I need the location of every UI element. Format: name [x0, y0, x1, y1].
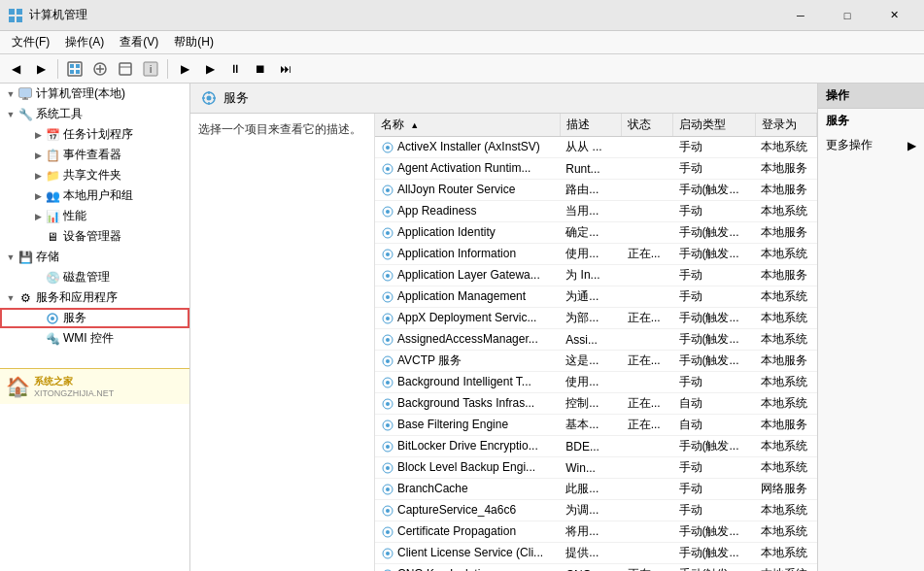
expand-root[interactable]: ▼ — [4, 87, 17, 101]
tree-item-task-scheduler[interactable]: ▶ 📅 任务计划程序 — [0, 124, 189, 145]
service-name-cell: Block Level Backup Engi... — [375, 457, 560, 479]
service-login: 本地系统 — [755, 393, 816, 415]
tree-item-device-label: 设备管理器 — [63, 228, 121, 245]
expand-local-users[interactable]: ▶ — [31, 189, 45, 203]
table-row[interactable]: Application Identity确定...手动(触发...本地服务 — [375, 222, 817, 244]
col-login[interactable]: 登录为 — [755, 114, 816, 137]
expand-storage[interactable]: ▼ — [4, 251, 17, 264]
right-panel: 操作 服务 更多操作 ▶ — [817, 84, 924, 571]
menu-view[interactable]: 查看(V) — [112, 32, 166, 52]
service-name-cell: Background Tasks Infras... — [375, 393, 560, 415]
table-row[interactable]: Application Layer Gatewa...为 In...手动本地服务 — [375, 265, 817, 286]
table-row[interactable]: BitLocker Drive Encryptio...BDE...手动(触发.… — [375, 436, 817, 457]
table-row[interactable]: Block Level Backup Engi...Win...手动本地系统 — [375, 457, 817, 479]
expand-system-tools[interactable]: ▼ — [4, 108, 17, 121]
table-row[interactable]: Certificate Propagation将用...手动(触发...本地系统 — [375, 521, 817, 543]
panel-title: 服务 — [223, 89, 249, 107]
tree-item-localusers-label: 本地用户和组 — [63, 187, 133, 204]
service-name: Block Level Backup Engi... — [397, 460, 535, 474]
computer-icon — [17, 86, 33, 102]
expand-performance[interactable]: ▶ — [31, 210, 45, 223]
toolbar-skip-button[interactable]: ⏭ — [274, 57, 297, 81]
svg-rect-5 — [70, 64, 74, 68]
tree-item-event-viewer[interactable]: ▶ 📋 事件查看器 — [0, 145, 189, 165]
table-row[interactable]: AllJoyn Router Service路由...手动(触发...本地服务 — [375, 180, 817, 201]
service-starttype: 手动 — [673, 286, 756, 308]
minimize-button[interactable]: ─ — [778, 0, 823, 31]
center-panel: 服务 选择一个项目来查看它的描述。 名称 ▲ 描述 状态 启动类型 登录为 — [190, 84, 817, 571]
service-starttype: 手动(触发... — [673, 329, 756, 351]
service-desc: 从从 ... — [560, 137, 621, 158]
tree-item-device-manager[interactable]: 🖥 设备管理器 — [0, 226, 189, 247]
tree-item-disk-mgmt[interactable]: 💿 磁盘管理 — [0, 267, 189, 287]
menu-file[interactable]: 文件(F) — [4, 32, 57, 52]
tree-item-services[interactable]: 服务 — [0, 308, 189, 328]
action-more[interactable]: 更多操作 ▶ — [818, 133, 924, 157]
menu-action[interactable]: 操作(A) — [57, 32, 112, 52]
service-name-cell: Background Intelligent T... — [375, 372, 560, 393]
toolbar-stop-button[interactable]: ⏹ — [249, 57, 272, 81]
toolbar-play2-button[interactable]: ▶ — [198, 57, 222, 81]
table-row[interactable]: CaptureService_4a6c6为调...手动本地系统 — [375, 500, 817, 521]
table-row[interactable]: Agent Activation Runtim...Runt...手动本地服务 — [375, 158, 817, 180]
toolbar-pause-button[interactable]: ⏸ — [223, 57, 247, 81]
table-row[interactable]: Base Filtering Engine基本...正在...自动本地服务 — [375, 415, 817, 436]
maximize-button[interactable]: □ — [825, 0, 870, 31]
back-button[interactable]: ◀ — [4, 57, 27, 81]
col-status[interactable]: 状态 — [622, 114, 673, 137]
table-row[interactable]: Background Tasks Infras...控制...正在...自动本地… — [375, 393, 817, 415]
toolbar-btn-2[interactable] — [88, 57, 112, 81]
expand-event-viewer[interactable]: ▶ — [31, 149, 45, 162]
service-status — [622, 265, 673, 286]
tree-item-wmi[interactable]: 🔩 WMI 控件 — [0, 328, 189, 349]
tree-item-storage[interactable]: ▼ 💾 存储 — [0, 247, 189, 267]
table-row[interactable]: ActiveX Installer (AxInstSV)从从 ...手动本地系统 — [375, 137, 817, 158]
toolbar-btn-4[interactable]: i — [139, 57, 162, 81]
table-row[interactable]: AppX Deployment Servic...为部...正在...手动(触发… — [375, 308, 817, 329]
service-icon — [381, 332, 397, 346]
action-more-label: 更多操作 — [826, 137, 873, 153]
table-row[interactable]: Application Management为通...手动本地系统 — [375, 286, 817, 308]
service-status: 正在... — [622, 393, 673, 415]
tree-item-shared-folders[interactable]: ▶ 📁 共享文件夹 — [0, 165, 189, 185]
tree-item-local-users[interactable]: ▶ 👥 本地用户和组 — [0, 185, 189, 206]
service-starttype: 手动(触发... — [673, 521, 756, 543]
table-row[interactable]: App Readiness当用...手动本地系统 — [375, 201, 817, 222]
forward-button[interactable]: ▶ — [29, 57, 52, 81]
service-name: Agent Activation Runtim... — [397, 161, 530, 175]
svg-rect-7 — [70, 70, 74, 74]
expand-task-scheduler[interactable]: ▶ — [31, 128, 45, 142]
toolbar-btn-1[interactable] — [63, 57, 86, 81]
tree-item-system-tools[interactable]: ▼ 🔧 系统工具 — [0, 104, 189, 124]
service-status — [622, 521, 673, 543]
left-panel: ▼ 计算机管理(本地) ▼ 🔧 系统工具 ▶ 📅 任务计划程序 ▶ 📋 事件查看… — [0, 84, 190, 571]
svg-point-57 — [386, 445, 390, 449]
col-name[interactable]: 名称 ▲ — [375, 114, 560, 137]
table-row[interactable]: CNG Key IsolationCNG...正在...手动(触发...本地系统 — [375, 564, 817, 572]
tree-item-performance[interactable]: ▶ 📊 性能 — [0, 206, 189, 226]
service-name-cell: App Readiness — [375, 201, 560, 222]
table-row[interactable]: AssignedAccessManager...Assi...手动(触发...本… — [375, 329, 817, 351]
tree-item-services-apps[interactable]: ▼ ⚙ 服务和应用程序 — [0, 287, 189, 308]
col-desc[interactable]: 描述 — [560, 114, 621, 137]
description-text: 选择一个项目来查看它的描述。 — [198, 122, 361, 136]
table-row[interactable]: BranchCache此服...手动网络服务 — [375, 479, 817, 500]
expand-shared[interactable]: ▶ — [31, 169, 45, 183]
expand-services-apps[interactable]: ▼ — [4, 291, 17, 305]
action-services[interactable]: 服务 — [818, 109, 924, 133]
service-login: 本地系统 — [755, 137, 816, 158]
close-button[interactable]: ✕ — [872, 0, 916, 31]
menu-help[interactable]: 帮助(H) — [166, 32, 222, 52]
tree-item-root-label: 计算机管理(本地) — [36, 85, 125, 102]
table-row[interactable]: Application Information使用...正在...手动(触发..… — [375, 244, 817, 265]
table-row[interactable]: AVCTP 服务这是...正在...手动(触发...本地服务 — [375, 351, 817, 372]
service-starttype: 手动(触发... — [673, 244, 756, 265]
table-row[interactable]: Client License Service (Cli...提供...手动(触发… — [375, 543, 817, 564]
tree-item-root[interactable]: ▼ 计算机管理(本地) — [0, 84, 189, 104]
services-table-wrap[interactable]: 名称 ▲ 描述 状态 启动类型 登录为 ActiveX Installer (A… — [375, 114, 817, 571]
col-starttype[interactable]: 启动类型 — [673, 114, 756, 137]
toolbar-play-button[interactable]: ▶ — [173, 57, 196, 81]
table-row[interactable]: Background Intelligent T...使用...手动本地系统 — [375, 372, 817, 393]
toolbar-btn-3[interactable] — [114, 57, 137, 81]
chevron-right-icon: ▶ — [907, 139, 916, 152]
